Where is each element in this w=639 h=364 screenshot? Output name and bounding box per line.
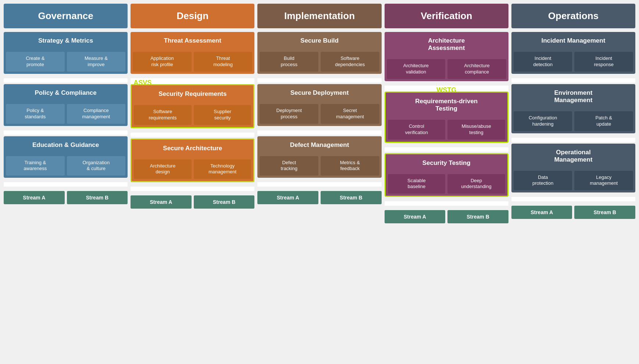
sub-technology-management: Technologymanagement (194, 159, 251, 179)
white-bar-verif-3 (385, 201, 508, 206)
practice-title-secure-architecture: Secure Architecture (132, 140, 253, 157)
sub-build-process: Buildprocess (260, 52, 318, 72)
sub-incident-detection: Incidentdetection (514, 52, 572, 72)
white-bar-design-3 (131, 187, 254, 191)
practice-security-testing: Security Testing Scalablebaseline Deepun… (385, 153, 508, 197)
sub-organization-culture: Organization& culture (67, 156, 126, 176)
practice-title-environment-management: EnvironmentManagement (511, 84, 635, 109)
sub-incident-response: Incidentresponse (574, 52, 633, 72)
practice-title-operational-management: OperationalManagement (511, 144, 635, 169)
stream-a-implementation: Stream A (257, 191, 318, 204)
design-header: Design (131, 4, 254, 28)
samm-diagram: Governance Strategy & Metrics Create &pr… (4, 4, 635, 223)
stream-row-verification: Stream A Stream B (385, 210, 508, 223)
practice-sub-defect-management: Defecttracking Metrics &feedback (257, 154, 381, 178)
white-bar-design-1: ASVS (131, 78, 254, 83)
governance-header: Governance (4, 4, 128, 28)
sub-architecture-design: Architecturedesign (134, 159, 192, 179)
stream-a-verification: Stream A (385, 210, 446, 223)
stream-b-governance: Stream B (67, 191, 128, 204)
practice-education-guidance: Education & Guidance Training &awareness… (4, 136, 128, 178)
stream-a-operations: Stream A (511, 206, 572, 219)
practice-defect-management: Defect Management Defecttracking Metrics… (257, 136, 381, 178)
sub-deployment-process: Deploymentprocess (260, 104, 318, 124)
practice-secure-build: Secure Build Buildprocess Softwaredepend… (257, 32, 381, 74)
white-bar-verif-1: WSTG (385, 86, 508, 90)
practice-title-threat-assessment: Threat Assessment (131, 32, 254, 50)
practice-sub-security-requirements: Softwarerequirements Suppliersecurity (132, 103, 253, 127)
stream-b-implementation: Stream B (321, 191, 382, 204)
sub-measure-improve: Measure &improve (67, 52, 126, 72)
sub-legacy-management: Legacymanagement (574, 171, 633, 191)
practice-title-secure-build: Secure Build (257, 32, 381, 50)
practice-sub-environment-management: Configurationhardening Patch &update (511, 109, 635, 133)
verification-header: Verification (385, 4, 508, 28)
sub-secret-management: Secretmanagement (321, 104, 379, 124)
practice-operational-management: OperationalManagement Dataprotection Leg… (511, 144, 635, 193)
practice-title-incident-management: Incident Management (511, 32, 635, 50)
sub-software-requirements: Softwarerequirements (134, 105, 192, 125)
practice-sub-incident-management: Incidentdetection Incidentresponse (511, 50, 635, 74)
practice-sub-secure-build: Buildprocess Softwaredependencies (257, 50, 381, 74)
practice-title-security-requirements: Security Requirements (132, 85, 253, 103)
white-bar-3 (4, 182, 128, 187)
white-bar-impl-2 (257, 130, 381, 135)
sub-architecture-compliance: Architecturecompliance (447, 59, 506, 79)
white-bar-impl-3 (257, 182, 381, 187)
sub-compliance-management: Compliancemanagement (67, 104, 126, 124)
practice-sub-secure-deployment: Deploymentprocess Secretmanagement (257, 102, 381, 126)
white-bar-2 (4, 130, 128, 135)
practice-sub-policy-compliance: Policy &standards Compliancemanagement (4, 102, 128, 126)
sub-misuse-abuse-testing: Misuse/abusetesting (447, 120, 505, 140)
practice-title-architecture-assessment: ArchitectureAssessment (385, 32, 508, 57)
practice-title-security-testing: Security Testing (386, 154, 507, 172)
practice-requirements-testing: Requirements-drivenTesting Controlverifi… (385, 91, 508, 143)
white-bar-impl-1 (257, 78, 381, 83)
column-governance: Governance Strategy & Metrics Create &pr… (4, 4, 128, 223)
stream-row-governance: Stream A Stream B (4, 191, 128, 204)
stream-b-operations: Stream B (574, 206, 635, 219)
stream-a-governance: Stream A (4, 191, 65, 204)
practice-incident-management: Incident Management Incidentdetection In… (511, 32, 635, 74)
sub-data-protection: Dataprotection (514, 171, 572, 191)
sub-control-verification: Controlverification (388, 120, 446, 140)
operations-header: Operations (511, 4, 635, 28)
practice-title-secure-deployment: Secure Deployment (257, 84, 381, 102)
sub-patch-update: Patch &update (574, 111, 633, 131)
sub-training-awareness: Training &awareness (6, 156, 65, 176)
practice-title-defect-management: Defect Management (257, 136, 381, 154)
sub-architecture-validation: Architecturevalidation (387, 59, 446, 79)
practice-title-requirements-testing: Requirements-drivenTesting (386, 93, 507, 118)
sub-configuration-hardening: Configurationhardening (514, 111, 572, 131)
practice-sub-architecture-assessment: Architecturevalidation Architecturecompl… (385, 57, 508, 81)
white-bar-ops-3 (511, 197, 635, 201)
practice-strategy-metrics: Strategy & Metrics Create &promote Measu… (4, 32, 128, 74)
sub-metrics-feedback: Metrics &feedback (321, 156, 379, 176)
sub-policy-standards: Policy &standards (6, 104, 65, 124)
column-design: Design Threat Assessment Applicationrisk… (131, 4, 254, 223)
sub-deep-understanding: Deepunderstanding (447, 174, 505, 194)
practice-environment-management: EnvironmentManagement Configurationharde… (511, 84, 635, 133)
stream-a-design: Stream A (131, 195, 192, 209)
column-verification: Verification ArchitectureAssessment Arch… (385, 4, 508, 223)
sub-software-dependencies: Softwaredependencies (321, 52, 379, 72)
practice-threat-assessment: Threat Assessment Applicationrisk profil… (131, 32, 254, 74)
practice-title-education-guidance: Education & Guidance (4, 136, 128, 154)
white-bar-ops-1 (511, 78, 635, 83)
stream-row-design: Stream A Stream B (131, 195, 254, 209)
sub-threat-modeling: Threatmodeling (194, 52, 253, 72)
practice-sub-security-testing: Scalablebaseline Deepunderstanding (386, 172, 507, 196)
practice-secure-architecture: Secure Architecture Architecturedesign T… (131, 138, 254, 183)
white-bar-design-2 (131, 133, 254, 137)
practice-policy-compliance: Policy & Compliance Policy &standards Co… (4, 84, 128, 126)
practice-title-policy-compliance: Policy & Compliance (4, 84, 128, 102)
column-operations: Operations Incident Management Incidentd… (511, 4, 635, 223)
stream-b-verification: Stream B (447, 210, 508, 223)
white-bar-ops-2 (511, 138, 635, 142)
sub-app-risk-profile: Applicationrisk profile (133, 52, 192, 72)
practice-security-requirements: Security Requirements Softwarerequiremen… (131, 84, 254, 128)
practice-sub-threat-assessment: Applicationrisk profile Threatmodeling (131, 50, 254, 74)
stream-row-operations: Stream A Stream B (511, 206, 635, 219)
sub-scalable-baseline: Scalablebaseline (388, 174, 446, 194)
sub-create-promote: Create &promote (6, 52, 65, 72)
